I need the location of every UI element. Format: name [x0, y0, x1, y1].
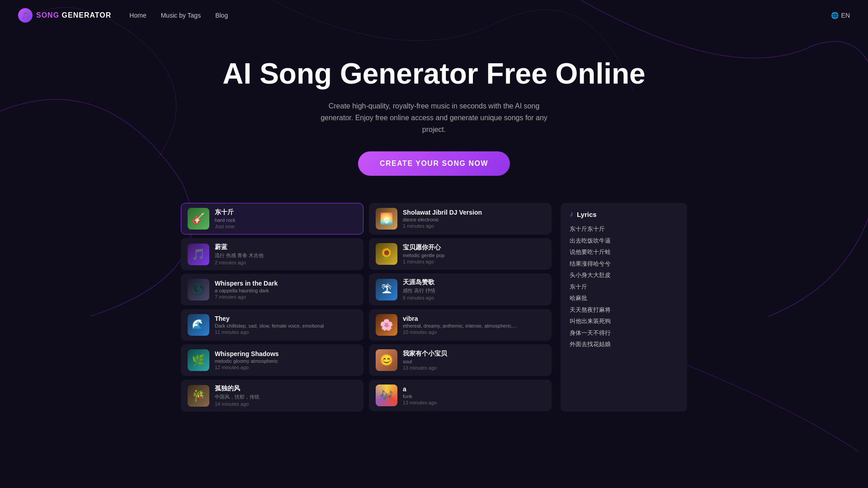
globe-icon: 🌐: [831, 12, 839, 19]
song-time: 13 minutes ago: [403, 365, 545, 371]
song-title: 天涯岛赞歌: [403, 278, 545, 286]
song-time: 7 minutes ago: [215, 294, 357, 300]
song-thumbnail: 🏝: [376, 279, 397, 300]
song-time: 13 minutes ago: [403, 400, 545, 405]
song-time: 10 minutes ago: [403, 329, 545, 335]
lyric-line: 身体一天不得行: [570, 328, 678, 338]
lyric-line: 叫他出来装死狗: [570, 317, 678, 326]
nav-music-by-tags[interactable]: Music by Tags: [161, 12, 201, 19]
lyrics-lines: 东十斤东十斤出去吃饭吹牛逼说他要吃十斤蛙结果涨得哈兮兮头小身大大肚皮东十斤哈麻批…: [570, 225, 678, 349]
song-time: 12 minutes ago: [215, 365, 357, 370]
song-tags: Dark chillistep, sad, slow, female voice…: [215, 323, 357, 328]
song-thumbnail: 🌅: [376, 208, 397, 230]
logo[interactable]: 🎵 SONG GENERATOR: [18, 8, 111, 23]
song-card-right-4[interactable]: 😊我家有个小宝贝soul13 minutes ago: [369, 344, 552, 376]
navbar: 🎵 SONG GENERATOR Home Music by Tags Blog…: [0, 0, 868, 31]
lyric-line: 哈麻批: [570, 294, 678, 303]
main-content: 🎸东十斤hard rockJust now🎵蔚蓝流行 伤感 青春 木吉他2 mi…: [163, 194, 705, 421]
nav-blog[interactable]: Blog: [215, 12, 228, 19]
song-title: Whispering Shadows: [215, 350, 357, 357]
lyric-line: 结果涨得哈兮兮: [570, 259, 678, 268]
song-card-left-4[interactable]: 🌿Whispering Shadowsmelodic gloomy atmosp…: [181, 344, 363, 376]
song-time: 14 minutes ago: [215, 401, 357, 407]
song-column-right: 🌅Sholawat Jibril DJ Versiondance electro…: [369, 203, 552, 412]
music-icon: ♪: [570, 210, 573, 218]
lyric-line: 东十斤东十斤: [570, 225, 678, 234]
song-thumbnail: 😊: [376, 349, 397, 371]
song-thumbnail: 🌿: [188, 349, 209, 371]
song-time: 11 minutes ago: [215, 329, 357, 335]
song-tags: a cappella haunting dark: [215, 288, 357, 293]
song-card-right-5[interactable]: 🎶afunk13 minutes ago: [369, 380, 552, 411]
language-button[interactable]: 🌐 EN: [831, 12, 850, 19]
song-title: 孤独的风: [215, 385, 357, 393]
songs-columns: 🎸东十斤hard rockJust now🎵蔚蓝流行 伤感 青春 木吉他2 mi…: [181, 203, 552, 412]
song-tags: 感性 高行 抒情: [403, 287, 545, 294]
song-card-left-2[interactable]: 🌑Whispers in the Darka cappella haunting…: [181, 274, 363, 305]
song-card-right-3[interactable]: 🌸vibraethereal, dreamy, anthemic, intens…: [369, 309, 552, 341]
song-thumbnail: 🌑: [188, 279, 209, 300]
song-card-left-1[interactable]: 🎵蔚蓝流行 伤感 青春 木吉他2 minutes ago: [181, 238, 363, 270]
lyric-line: 说他要吃十斤蛙: [570, 248, 678, 257]
song-time: 2 minutes ago: [215, 260, 357, 265]
hero-section: AI Song Generator Free Online Create hig…: [0, 31, 868, 194]
song-time: 6 minutes ago: [403, 295, 545, 300]
song-thumbnail: 🌻: [376, 243, 397, 265]
song-title: 宝贝愿你开心: [403, 244, 545, 252]
song-thumbnail: 🎸: [188, 208, 209, 230]
song-time: 1 minutes ago: [403, 223, 545, 229]
lyric-line: 头小身大大肚皮: [570, 271, 678, 280]
song-tags: funk: [403, 394, 545, 399]
song-tags: 流行 伤感 青春 木吉他: [215, 252, 357, 259]
logo-text: SONG GENERATOR: [36, 11, 111, 19]
song-tags: soul: [403, 359, 545, 364]
lyric-line: 东十斤: [570, 282, 678, 291]
song-thumbnail: 🎋: [188, 385, 209, 407]
song-card-right-1[interactable]: 🌻宝贝愿你开心melodic gentle pop1 minutes ago: [369, 238, 552, 270]
lyric-line: 外面去找花姑娘: [570, 340, 678, 349]
create-song-button[interactable]: CREATE YOUR SONG NOW: [358, 151, 510, 176]
song-column-left: 🎸东十斤hard rockJust now🎵蔚蓝流行 伤感 青春 木吉他2 mi…: [181, 203, 363, 412]
lyric-line: 出去吃饭吹牛逼: [570, 236, 678, 245]
song-card-left-5[interactable]: 🎋孤独的风中国风，忧郁，传统14 minutes ago: [181, 380, 363, 412]
song-time: Just now: [215, 224, 357, 229]
song-title: Whispers in the Dark: [215, 280, 357, 287]
song-thumbnail: 🎶: [376, 385, 397, 406]
lyrics-panel: ♪ Lyrics 东十斤东十斤出去吃饭吹牛逼说他要吃十斤蛙结果涨得哈兮兮头小身大…: [561, 203, 687, 412]
song-title: 东十斤: [215, 208, 357, 216]
song-tags: melodic gloomy atmospheric: [215, 358, 357, 364]
song-tags: dance electronic: [403, 217, 545, 222]
song-thumbnail: 🌊: [188, 314, 209, 336]
nav-links: Home Music by Tags Blog: [129, 12, 830, 19]
song-thumbnail: 🎵: [188, 244, 209, 265]
song-time: 1 minutes ago: [403, 259, 545, 264]
song-tags: hard rock: [215, 217, 357, 223]
logo-icon: 🎵: [18, 8, 33, 23]
song-tags: ethereal, dreamy, anthemic, intense, atm…: [403, 323, 545, 328]
song-title: They: [215, 315, 357, 322]
song-tags: 中国风，忧郁，传统: [215, 394, 357, 400]
hero-subtitle: Create high-quality, royalty-free music …: [316, 100, 552, 135]
song-thumbnail: 🌸: [376, 314, 397, 336]
song-title: 蔚蓝: [215, 243, 357, 251]
song-title: a: [403, 385, 545, 393]
song-card-right-2[interactable]: 🏝天涯岛赞歌感性 高行 抒情6 minutes ago: [369, 273, 552, 305]
song-title: 我家有个小宝贝: [403, 350, 545, 358]
song-tags: melodic gentle pop: [403, 253, 545, 258]
song-card-right-0[interactable]: 🌅Sholawat Jibril DJ Versiondance electro…: [369, 203, 552, 235]
song-title: vibra: [403, 315, 545, 322]
lyric-line: 天天熬夜打麻将: [570, 305, 678, 314]
hero-title: AI Song Generator Free Online: [9, 58, 859, 89]
nav-home[interactable]: Home: [129, 12, 146, 19]
song-card-left-0[interactable]: 🎸东十斤hard rockJust now: [181, 203, 363, 235]
lyrics-header: ♪ Lyrics: [570, 210, 678, 218]
song-title: Sholawat Jibril DJ Version: [403, 209, 545, 216]
song-card-left-3[interactable]: 🌊TheyDark chillistep, sad, slow, female …: [181, 309, 363, 341]
